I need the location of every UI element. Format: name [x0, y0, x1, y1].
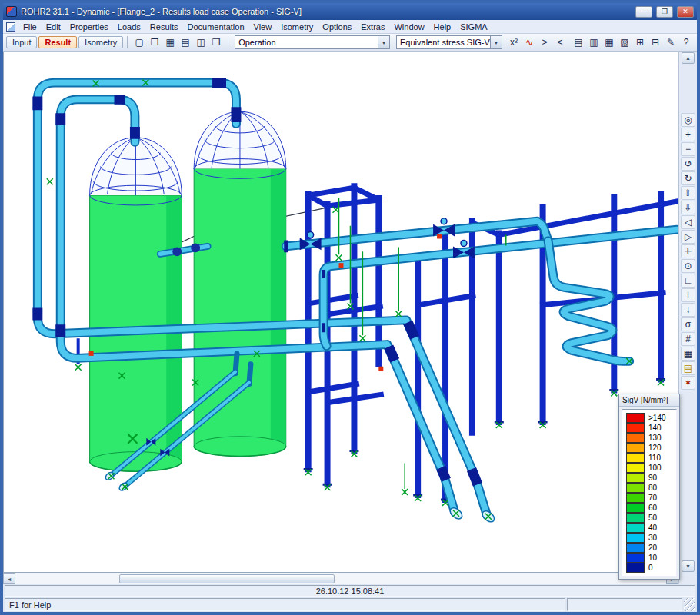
close-button[interactable]: ✕ [677, 6, 694, 18]
supports-icon[interactable]: ⊥ [681, 288, 695, 302]
open-file-icon[interactable]: ❒ [147, 35, 162, 50]
load-case-combo[interactable]: Operation ▼ [235, 35, 390, 49]
maximize-button[interactable]: ❐ [656, 6, 673, 18]
menubar: FileEditPropertiesLoadsResultsDocumentat… [3, 20, 697, 34]
menu-item[interactable]: Edit [42, 22, 65, 32]
axes-icon[interactable]: ∟ [681, 274, 695, 288]
node-numbers-icon[interactable]: # [681, 332, 695, 346]
legend-color-swatch [626, 503, 645, 513]
zoom-out-icon[interactable]: − [681, 142, 695, 156]
scroll-left-button[interactable]: ◄ [3, 573, 15, 584]
previous-result-icon[interactable]: < [552, 35, 568, 50]
legend-toggle-icon[interactable]: ▤ [681, 361, 695, 375]
viewport[interactable] [3, 52, 678, 573]
cascade-windows-icon[interactable]: ⊟ [648, 35, 663, 50]
result-icon-group: x²∿>< [506, 35, 568, 50]
legend-color-swatch [626, 463, 645, 473]
redraw-icon[interactable]: ✶ [681, 376, 695, 390]
view-previous-icon[interactable]: ◁ [681, 215, 695, 229]
print-icon[interactable]: ▤ [178, 35, 193, 50]
rotate-down-icon[interactable]: ⇩ [681, 201, 695, 214]
toolbar-separator [228, 36, 228, 48]
legend-value-label: 140 [648, 424, 662, 432]
viewport-scroll-down-button[interactable]: ▼ [682, 560, 695, 572]
resize-grip[interactable] [684, 598, 695, 611]
legend-entry: 110 [626, 453, 675, 463]
menu-item[interactable]: File [18, 22, 42, 32]
save-icon[interactable]: ▦ [162, 35, 178, 50]
rotate-up-icon[interactable]: ⇧ [681, 186, 695, 200]
window-icon-group: ▤▥▦▧⊞⊟✎? [571, 35, 694, 50]
result-type-combo[interactable]: Equivalent stress SIG-V ▼ [396, 35, 502, 49]
table-window-icon[interactable]: ▥ [586, 35, 602, 50]
menu-item[interactable]: Help [429, 22, 456, 32]
edit-pencil-icon[interactable]: ✎ [663, 35, 678, 50]
report-window-icon[interactable]: ▤ [571, 35, 586, 50]
list-window-icon[interactable]: ▧ [617, 35, 632, 50]
input-mode-button[interactable]: Input [6, 36, 37, 48]
legend-entry: 60 [626, 503, 675, 513]
chevron-down-icon[interactable]: ▼ [378, 36, 389, 48]
graphic-window-icon[interactable]: ▦ [602, 35, 617, 50]
rohr2-main-window: ROHR2 31.1 - Dynamic - [Flange_2 - Resul… [0, 0, 700, 615]
copy-icon[interactable]: ❐ [208, 35, 224, 50]
result-type-value: Equivalent stress SIG-V [397, 38, 490, 47]
print-preview-icon[interactable]: ◫ [193, 35, 208, 50]
legend-entry: 30 [626, 533, 675, 543]
menu-item[interactable]: Extras [356, 22, 389, 32]
document-icon[interactable] [6, 22, 15, 32]
loads-icon[interactable]: ↓ [681, 303, 695, 317]
legend-value-label: 130 [648, 434, 662, 442]
tile-windows-icon[interactable]: ⊞ [632, 35, 648, 50]
window-title: ROHR2 31.1 - Dynamic - [Flange_2 - Resul… [21, 7, 632, 16]
menu-item[interactable]: Options [318, 22, 356, 32]
legend-color-swatch [626, 453, 645, 463]
scroll-track[interactable] [15, 573, 666, 584]
menu-item[interactable]: SIGMA [455, 22, 492, 32]
menu-item[interactable]: Properties [65, 22, 113, 32]
status-row-datetime: 26.10.12 15:08:41 [3, 584, 697, 597]
stress-legend[interactable]: SigV [N/mm²] >140 140 130 120 110 [618, 394, 680, 580]
context-help-icon[interactable]: ? [678, 35, 694, 50]
isometry-mode-button[interactable]: Isometry [78, 36, 123, 48]
minimize-button[interactable]: ─ [635, 6, 652, 18]
legend-color-swatch [626, 523, 645, 533]
menu-item[interactable]: Isometry [276, 22, 318, 32]
viewport-scroll-up-button[interactable]: ▲ [682, 52, 695, 64]
legend-color-swatch [626, 513, 645, 523]
titlebar[interactable]: ROHR2 31.1 - Dynamic - [Flange_2 - Resul… [3, 3, 697, 20]
rotate-right-icon[interactable]: ↻ [681, 171, 695, 185]
legend-color-swatch [626, 543, 645, 553]
right-toolbar: ▲ ◎+−↺↻⇧⇩◁▷✛⊙∟⊥↓σ#▦▤✶ ▼ [678, 52, 697, 573]
pan-icon[interactable]: ✛ [681, 244, 695, 258]
grid-icon[interactable]: ▦ [681, 347, 695, 361]
next-result-icon[interactable]: > [537, 35, 552, 50]
legend-entry: 120 [626, 443, 675, 453]
legend-entry: 40 [626, 523, 675, 533]
legend-color-swatch [626, 493, 645, 503]
legend-value-label: >140 [648, 414, 666, 422]
menu-item[interactable]: View [249, 22, 277, 32]
legend-color-swatch [626, 433, 645, 443]
center-icon[interactable]: ⊙ [681, 259, 695, 273]
vessel-1[interactable] [90, 138, 182, 472]
stress-display-icon[interactable]: σ [681, 317, 695, 331]
menu-item[interactable]: Results [145, 22, 183, 32]
rotate-left-icon[interactable]: ↺ [681, 157, 695, 171]
result-mode-button[interactable]: Result [38, 36, 77, 48]
vessel-2[interactable] [194, 111, 286, 456]
menu-items: FileEditPropertiesLoadsResultsDocumentat… [18, 22, 492, 32]
viewport-canvas[interactable] [4, 52, 678, 572]
superscript-values-icon[interactable]: x² [506, 35, 522, 50]
menu-item[interactable]: Documentation [183, 22, 249, 32]
zoom-window-icon[interactable]: ◎ [681, 113, 695, 127]
view-next-icon[interactable]: ▷ [681, 230, 695, 244]
chevron-down-icon[interactable]: ▼ [490, 36, 502, 48]
new-document-icon[interactable]: ▢ [132, 35, 147, 50]
scroll-thumb[interactable] [119, 574, 334, 583]
dynamic-response-icon[interactable]: ∿ [522, 35, 537, 50]
zoom-in-icon[interactable]: + [681, 128, 695, 141]
menu-item[interactable]: Loads [113, 22, 145, 32]
menu-item[interactable]: Window [389, 22, 428, 32]
pipe-end-caps [104, 470, 496, 524]
